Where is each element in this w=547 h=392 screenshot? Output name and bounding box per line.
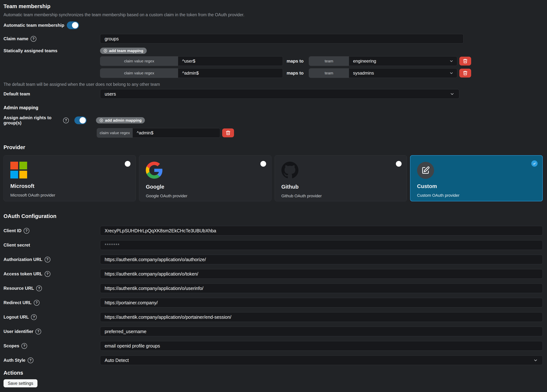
maps-to-label: maps to: [287, 70, 304, 76]
user-identifier-label: User identifier ?: [4, 329, 100, 334]
actions-title: Actions: [4, 370, 543, 376]
logout-url-input[interactable]: [100, 312, 543, 322]
team-select[interactable]: engineering: [349, 56, 457, 66]
team-mapping-row: claim value regex maps to team engineeri…: [100, 56, 543, 66]
trash-icon: [463, 70, 468, 76]
claim-name-input[interactable]: [100, 34, 464, 44]
auth-style-row: Auth Style ? Auto Detect: [4, 356, 543, 365]
help-icon[interactable]: ?: [21, 343, 27, 349]
provider-radio[interactable]: [125, 161, 130, 167]
authorization-url-label: Authorization URL ?: [4, 257, 100, 262]
team-select[interactable]: sysadmins: [349, 69, 457, 78]
team-membership-description: Automatic team membership synchronizes t…: [4, 12, 543, 17]
toggle-knob: [72, 22, 78, 28]
client-secret-label: Client secret: [4, 242, 100, 248]
help-icon[interactable]: ?: [31, 314, 37, 320]
scopes-input[interactable]: [100, 341, 543, 351]
team-prefix-label: team: [309, 69, 349, 78]
claim-value-regex-input[interactable]: [133, 128, 220, 138]
help-icon[interactable]: ?: [31, 36, 36, 42]
claim-value-regex-input[interactable]: [178, 69, 283, 78]
access-token-url-label: Access token URL ?: [4, 271, 100, 277]
statically-assigned-teams-row: Statically assigned teams add team mappi…: [4, 48, 543, 54]
oauth-configuration-title: OAuth Configuration: [4, 213, 543, 219]
help-icon[interactable]: ?: [63, 117, 69, 123]
delete-team-mapping-button[interactable]: [459, 57, 471, 66]
help-icon[interactable]: ?: [24, 228, 29, 234]
help-icon[interactable]: ?: [45, 271, 50, 277]
admin-mapping-row: claim value regex: [97, 128, 543, 138]
claim-name-label: Claim name ?: [4, 36, 100, 42]
delete-admin-mapping-button[interactable]: [222, 128, 234, 137]
plus-circle-icon: [103, 49, 107, 53]
automatic-team-membership-label: Automatic team membership: [4, 23, 67, 28]
admin-mapping-title: Admin mapping: [4, 105, 543, 110]
chevron-down-icon: [533, 358, 538, 363]
help-icon[interactable]: ?: [28, 358, 33, 363]
help-icon[interactable]: ?: [45, 257, 50, 262]
provider-title: Provider: [4, 144, 543, 151]
chevron-down-icon: [450, 91, 455, 96]
claim-value-regex-label: claim value regex: [97, 128, 133, 138]
claim-regex-group: claim value regex: [97, 128, 220, 138]
logout-url-label: Logout URL ?: [4, 314, 100, 320]
help-icon[interactable]: ?: [35, 329, 41, 334]
default-team-row: Default team users: [4, 89, 543, 99]
statically-assigned-teams-label: Statically assigned teams: [4, 48, 100, 53]
claim-value-regex-label: claim value regex: [100, 56, 178, 66]
client-id-input[interactable]: [100, 226, 543, 235]
redirect-url-label: Redirect URL ?: [4, 300, 100, 306]
redirect-url-input[interactable]: [100, 298, 543, 308]
provider-radio[interactable]: [396, 161, 402, 167]
team-mapping-row: claim value regex maps to team sysadmins: [100, 68, 543, 78]
add-team-mapping-button[interactable]: add team mapping: [100, 48, 147, 54]
provider-card-github[interactable]: Github Github OAuth provider: [275, 155, 407, 201]
add-admin-mapping-button[interactable]: add admin mapping: [96, 117, 145, 124]
team-group: team engineering: [309, 56, 457, 66]
user-identifier-row: User identifier ?: [4, 327, 543, 336]
delete-team-mapping-button[interactable]: [459, 69, 471, 77]
assign-admin-rights-label: Assign admin rights to group(s) ?: [4, 115, 74, 125]
resource-url-row: Resource URL ?: [4, 283, 543, 293]
claim-value-regex-input[interactable]: [178, 56, 283, 66]
provider-card-custom[interactable]: Custom Custom OAuth provider: [410, 155, 543, 201]
resource-url-input[interactable]: [100, 283, 543, 293]
help-icon[interactable]: ?: [36, 286, 42, 291]
help-icon[interactable]: ?: [34, 300, 40, 306]
scopes-label: Scopes ?: [4, 343, 100, 349]
access-token-url-input[interactable]: [100, 269, 543, 279]
microsoft-logo-icon: [10, 162, 27, 179]
plus-circle-icon: [99, 118, 103, 122]
chevron-down-icon: [449, 59, 454, 63]
provider-card-google[interactable]: Google Google OAuth provider: [139, 155, 271, 201]
assign-admin-rights-toggle[interactable]: [74, 117, 87, 124]
save-settings-button[interactable]: Save settings: [4, 379, 37, 387]
user-identifier-input[interactable]: [100, 327, 543, 336]
provider-card-name: Google: [146, 184, 265, 190]
provider-card-microsoft[interactable]: Microsoft Microsoft OAuth provider: [4, 155, 136, 201]
custom-provider-badge: [417, 162, 434, 179]
edit-icon: [421, 166, 430, 175]
provider-card-description: Custom OAuth provider: [417, 193, 536, 198]
default-team-select[interactable]: users: [100, 89, 459, 99]
provider-cards: Microsoft Microsoft OAuth provider Googl…: [4, 155, 543, 201]
redirect-url-row: Redirect URL ?: [4, 298, 543, 308]
provider-radio[interactable]: [260, 161, 266, 167]
provider-card-name: Microsoft: [10, 183, 129, 189]
auth-style-select[interactable]: Auto Detect: [100, 356, 543, 365]
team-prefix-label: team: [309, 56, 349, 66]
automatic-team-membership-toggle[interactable]: [67, 21, 79, 29]
client-secret-input[interactable]: [100, 240, 543, 250]
team-group: team sysadmins: [309, 68, 457, 78]
maps-to-label: maps to: [287, 59, 304, 64]
provider-card-description: Google OAuth provider: [146, 194, 265, 198]
client-secret-row: Client secret: [4, 240, 543, 250]
authorization-url-input[interactable]: [100, 255, 543, 264]
resource-url-label: Resource URL ?: [4, 286, 100, 291]
logout-url-row: Logout URL ?: [4, 312, 543, 322]
claim-value-regex-label: claim value regex: [100, 69, 178, 78]
provider-card-description: Github OAuth provider: [281, 194, 400, 198]
scopes-row: Scopes ?: [4, 341, 543, 351]
client-id-row: Client ID ?: [4, 226, 543, 235]
trash-icon: [463, 58, 468, 64]
